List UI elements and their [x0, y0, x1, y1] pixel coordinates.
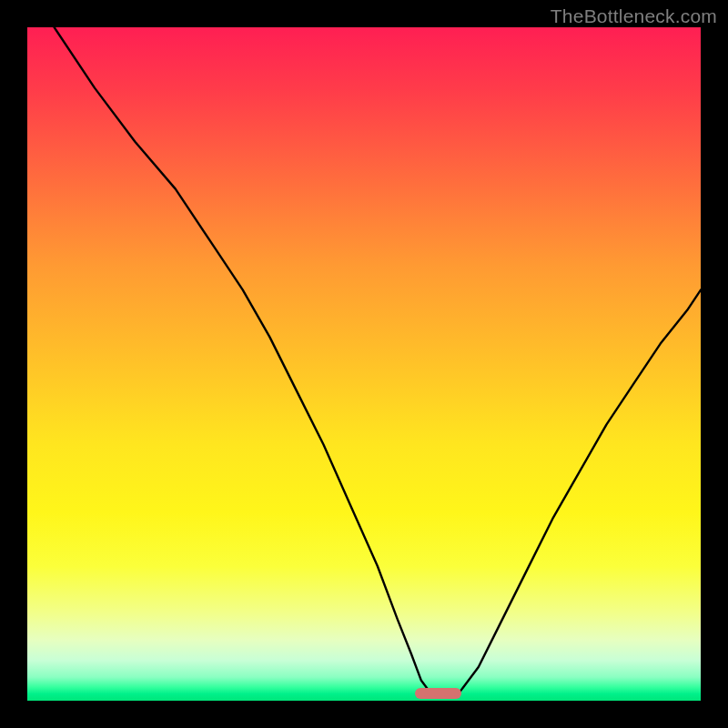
bottleneck-curve: [27, 27, 701, 701]
optimum-marker: [415, 688, 462, 699]
chart-frame: TheBottleneck.com: [0, 0, 728, 728]
plot-area: [27, 27, 701, 701]
watermark-text: TheBottleneck.com: [551, 5, 717, 27]
